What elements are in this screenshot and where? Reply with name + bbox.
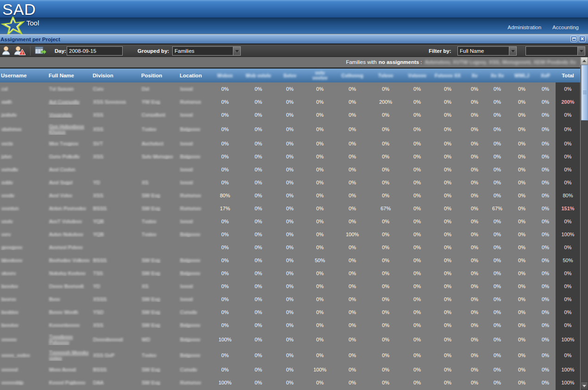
assignment-percent-cell: 0% [402, 367, 432, 372]
assignment-percent-cell: 0% [432, 154, 463, 159]
assignment-percent-cell: 0% [432, 180, 463, 185]
filter-value-value[interactable] [525, 46, 577, 56]
assignment-percent-cell: 0% [369, 258, 402, 263]
assignment-percent-cell: 0% [369, 367, 402, 372]
assignment-percent-cell: 0% [275, 283, 305, 289]
user-icon[interactable] [1, 46, 11, 56]
column-header-position[interactable]: Position [140, 69, 179, 82]
filter-by-dropdown-button[interactable] [509, 46, 517, 56]
assignment-percent-cell: 0% [432, 322, 463, 328]
assignment-percent-cell: 0% [432, 112, 463, 118]
division-cell-redacted-text: TSS [93, 270, 103, 276]
column-header-username[interactable]: Username [0, 69, 48, 82]
assignment-percent-cell: 0% [335, 283, 369, 289]
assignment-percent-cell: 0% [486, 367, 508, 372]
nav-link-administration[interactable]: Administration [507, 25, 541, 30]
location-cell-redacted-text: Cvnvdv [180, 367, 197, 372]
division-cell: YD [92, 180, 140, 185]
full-name-link[interactable]: TvvvdvvvvPvtvvvvv [49, 334, 92, 345]
column-header-total[interactable]: Total [556, 69, 580, 82]
total-percent-cell: 0% [556, 293, 580, 306]
assignment-percent-cell: 0% [208, 154, 242, 159]
grouped-by-value[interactable]: Families [172, 46, 233, 56]
nav-link-accounting[interactable]: Accounting [552, 25, 579, 30]
assignment-percent-cell: 0% [369, 141, 402, 146]
division-cell-redacted-text: BSSS [93, 206, 106, 211]
username-cell: vvrv [0, 232, 48, 237]
column-header-project-3[interactable]: Svtvv [275, 69, 305, 82]
assignment-percent-cell: 0% [486, 112, 508, 118]
assignment-percent-cell: 0% [508, 206, 535, 211]
filter-value-dropdown-button[interactable] [577, 46, 585, 56]
column-header-project-10[interactable]: Xv Xv [486, 69, 508, 82]
filter-value-dropdown[interactable] [525, 46, 585, 56]
assignment-percent-cell: 0% [208, 232, 242, 237]
assignment-percent-cell: 0% [432, 367, 463, 372]
assignment-percent-cell: 0% [335, 296, 369, 302]
location-cell-redacted-text: Ivvvxl [180, 219, 193, 224]
filter-by-dropdown[interactable]: Full Name [457, 46, 517, 56]
scrollbar-thumb[interactable] [581, 65, 588, 120]
vertical-scrollbar[interactable] [580, 57, 588, 390]
assignment-percent-cell: 0% [335, 309, 369, 315]
star-logo-icon [0, 17, 26, 35]
table-header-row: UsernameFull NameDivisionPositionLocatio… [0, 68, 580, 82]
assignment-percent-cell: 0% [535, 337, 556, 342]
assignment-percent-cell: 0% [369, 193, 402, 198]
project-header-redacted-text: Fvtvvvv XX [435, 73, 461, 78]
column-header-project-12[interactable]: XvP [535, 69, 556, 82]
table-export-icon[interactable] [35, 46, 47, 56]
full-name-link[interactable]: Avt Cvxnvxltv [49, 99, 92, 105]
column-header-project-8[interactable]: Fvtvvvv XX [432, 69, 463, 82]
column-header-project-11[interactable]: WWLJ [508, 69, 535, 82]
filter-by-value[interactable]: Full Name [457, 46, 509, 56]
assignment-percent-cell: 0% [305, 309, 335, 315]
project-header-redacted-text: WWLJ [514, 73, 529, 78]
column-header-full-name[interactable]: Full Name [48, 69, 92, 82]
grouped-by-dropdown-button[interactable] [233, 46, 241, 56]
assignment-percent-cell: 0% [463, 180, 486, 185]
assignment-percent-cell: 0% [208, 86, 242, 92]
scroll-up-button[interactable] [581, 57, 588, 65]
column-header-project-4[interactable]: vvtvvvvtvv [305, 69, 335, 82]
full-name-link[interactable]: Gvx HvbvxbvvxKhvxvx [49, 124, 92, 135]
assignment-percent-cell: 0% [275, 352, 305, 358]
username-cell: vvvdv [0, 193, 48, 198]
division-cell-redacted-text: YQB [93, 219, 104, 224]
position-cell: Tvstvv [140, 232, 179, 237]
assignment-percent-cell: 0% [369, 337, 402, 342]
division-cell-redacted-text: YQB [93, 232, 104, 237]
position-cell-redacted-text: SW Evg [142, 296, 160, 302]
column-header-project-6[interactable]: Tvlvvv [369, 69, 402, 82]
column-header-location[interactable]: Location [179, 69, 208, 82]
user-warning-icon[interactable]: ! [14, 46, 26, 56]
table-row: vvmvllvAvvl CvvlvnIvvvxl0%0%0%0%0%0%0%0%… [0, 163, 580, 176]
column-header-project-5[interactable]: Cvthvvvg [335, 69, 369, 82]
column-header-project-9[interactable]: Xv [463, 69, 486, 82]
column-header-division[interactable]: Division [92, 69, 140, 82]
maximize-button[interactable] [570, 36, 577, 42]
column-header-project-7[interactable]: Vvtvvvv [402, 69, 432, 82]
assignment-percent-cell: 0% [402, 86, 432, 92]
full-name-redacted-text: Tvl Svxvxn [49, 86, 92, 92]
full-name-redacted-text: Dvvvv Bvvnvvtt [49, 283, 92, 289]
scroll-down-button[interactable] [581, 382, 588, 390]
username-cell: bvvrvv [0, 296, 48, 302]
close-button[interactable]: × [579, 36, 586, 42]
assignment-percent-cell: 0% [463, 367, 486, 372]
column-header-project-1[interactable]: Wvbvx [208, 69, 242, 82]
division-cell-redacted-text: XSS [93, 193, 103, 198]
project-header-redacted-text: vvtvvvvtvv [313, 70, 328, 81]
table-row: vvvdvAvvl VvlvvXSSSW EvgRvmvnvv80%0%0%0%… [0, 189, 580, 202]
assignment-percent-cell: 0% [463, 232, 486, 237]
grouped-by-dropdown[interactable]: Families [172, 46, 241, 56]
assignment-percent-cell: 0% [486, 283, 508, 289]
position-cell-redacted-text: SW Evg [142, 193, 160, 198]
full-name-link[interactable]: Tvvvvvvh Mvvvkvvvgvv [49, 350, 92, 361]
username-redacted-text: vvrv [1, 232, 11, 237]
assignment-percent-cell: 0% [535, 258, 556, 263]
column-header-project-2[interactable]: Wvb vvtvlv [242, 69, 275, 82]
full-name-link[interactable]: Vvvxrvlvtv [49, 112, 92, 118]
day-input[interactable] [67, 46, 123, 56]
location-cell: Rvmvnvv [179, 380, 208, 385]
